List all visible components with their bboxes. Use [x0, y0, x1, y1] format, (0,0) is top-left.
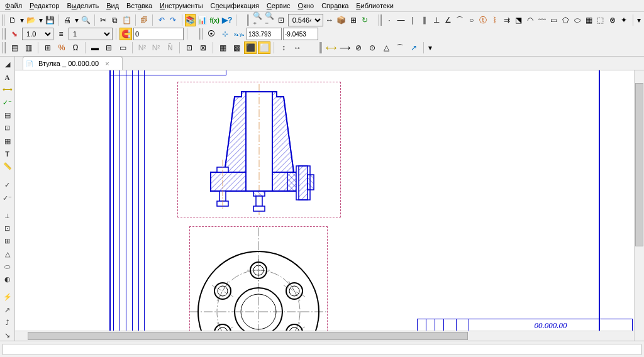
t3[interactable]: ⊞ — [42, 41, 54, 54]
lp-dim-icon[interactable]: ⟷ — [2, 85, 13, 95]
lp-tool-8[interactable]: ◐ — [2, 275, 13, 285]
hatch-tool[interactable]: ▦ — [584, 14, 594, 26]
point-tool[interactable]: · — [384, 14, 395, 26]
t9[interactable]: N² — [136, 41, 148, 54]
coord-x-input[interactable] — [247, 28, 282, 40]
zoom-fit-button[interactable]: ⊞ — [348, 14, 358, 26]
dim-linear[interactable]: ⟷ — [325, 41, 337, 54]
drawing-canvas[interactable]: 00.000.00 — [15, 70, 644, 341]
snap-button[interactable]: 🧲 — [119, 28, 132, 40]
zoom-in-button[interactable]: 🔍⁺ — [252, 14, 263, 26]
t5[interactable]: Ω — [69, 41, 82, 54]
t4[interactable]: % — [55, 41, 68, 54]
dropdown[interactable]: ▾ — [74, 14, 79, 26]
redo-button[interactable] — [168, 14, 179, 26]
tool-a[interactable]: ⬚ — [596, 14, 606, 26]
lp-tool-3[interactable]: ⟂ — [2, 211, 13, 221]
zoom-out-button[interactable]: 🔍⁻ — [264, 14, 275, 26]
scroll-thumb[interactable] — [28, 332, 468, 340]
menu-select[interactable]: Выделить — [67, 2, 99, 9]
t16[interactable]: ⬛ — [244, 41, 257, 54]
lp-text-icon[interactable]: A — [2, 72, 13, 82]
tangent-tool[interactable]: ⓣ — [478, 14, 489, 26]
undo-button[interactable] — [156, 14, 167, 26]
t11[interactable]: N̄ — [164, 41, 176, 54]
lp-measure-icon[interactable]: 📏 — [2, 162, 13, 172]
lp-tool-7[interactable]: ⬭ — [2, 261, 13, 272]
tool-c[interactable]: ✦ — [619, 14, 630, 26]
lp-tool-5[interactable]: ⊞ — [2, 236, 13, 246]
grip[interactable] — [3, 42, 6, 53]
t17[interactable]: ⬜ — [258, 41, 270, 54]
variables-button[interactable]: 📊 — [197, 14, 208, 26]
t18[interactable]: ↕ — [277, 41, 290, 54]
lineweight-select[interactable]: 1.0 — [22, 28, 53, 40]
t14[interactable]: ▦ — [216, 41, 229, 54]
fillet-tool[interactable]: ◠ — [525, 14, 536, 26]
offset-tool[interactable]: ⇉ — [501, 14, 512, 26]
menu-edit[interactable]: Редактор — [30, 2, 59, 9]
grip[interactable] — [3, 14, 5, 26]
lp-table-icon[interactable]: ▤ — [2, 110, 13, 120]
t15[interactable]: ▩ — [230, 41, 243, 54]
dropdown[interactable]: ▾ — [19, 14, 25, 26]
lp-edit-icon[interactable]: ⊡ — [2, 123, 13, 133]
menu-help[interactable]: Справка — [321, 2, 348, 9]
dim-angle[interactable]: △ — [380, 41, 392, 54]
lp-tool-12[interactable]: ↘ — [2, 331, 13, 341]
tool-b[interactable]: ⊗ — [607, 14, 618, 26]
step-input[interactable] — [133, 28, 184, 40]
dropdown[interactable]: ▾ — [38, 14, 43, 26]
new-button[interactable] — [8, 14, 18, 26]
rect-tool[interactable]: ▭ — [548, 14, 559, 26]
lp-tool-11[interactable]: ⤴ — [2, 317, 13, 327]
lp-param-icon[interactable]: ▦ — [2, 136, 13, 146]
grip[interactable] — [3, 28, 6, 40]
scroll-thumb[interactable] — [635, 83, 643, 246]
menu-file[interactable]: Файл — [5, 2, 22, 9]
lp-tool-2[interactable]: ✓⁻ — [2, 193, 13, 203]
grip[interactable] — [379, 14, 381, 26]
ellipse-tool[interactable]: ⬭ — [572, 14, 582, 26]
t7[interactable]: ⊟ — [103, 41, 115, 54]
properties-button[interactable]: 🗊 — [139, 14, 150, 26]
zoom-window-button[interactable]: ⊡ — [276, 14, 287, 26]
lp-symbol-icon[interactable]: ✓⁻ — [2, 97, 13, 107]
refresh-button[interactable]: ↻ — [360, 14, 370, 26]
lcs-button[interactable]: ⦿ — [205, 28, 218, 40]
horizontal-scrollbar[interactable] — [15, 331, 634, 341]
dropdown[interactable]: ▾ — [636, 14, 641, 26]
lp-tool-9[interactable]: ⚡ — [2, 292, 13, 302]
dim-arc[interactable]: ⌒ — [394, 41, 406, 54]
lp-tool-4[interactable]: ⊡ — [2, 223, 13, 233]
menu-window[interactable]: Окно — [298, 2, 314, 9]
t8[interactable]: ▭ — [116, 41, 129, 54]
grip[interactable] — [319, 42, 322, 53]
dim-diameter[interactable]: ⊙ — [366, 41, 379, 54]
save-button[interactable] — [45, 14, 55, 26]
dim-radius[interactable]: ⊘ — [352, 41, 365, 54]
perp-tool[interactable]: ⊥ — [431, 14, 441, 26]
bisector-tool[interactable]: ⦚ — [490, 14, 501, 26]
t2[interactable]: ▥ — [22, 41, 35, 54]
document-tab[interactable]: Втулка _ 00.000.00 × — [23, 57, 123, 70]
lp-tool-1[interactable]: ✓ — [2, 180, 13, 190]
arc-tool[interactable]: ⌒ — [455, 14, 465, 26]
preview-button[interactable]: 🔍 — [80, 14, 91, 26]
lp-tool-10[interactable]: ↗ — [2, 305, 13, 315]
t10[interactable]: N² — [150, 41, 162, 54]
lp-geometry-icon[interactable]: ◢ — [2, 59, 13, 69]
copy-button[interactable] — [109, 14, 120, 26]
lp-t-icon[interactable]: T — [2, 148, 13, 158]
parallel-tool[interactable]: ∥ — [419, 14, 430, 26]
angle-tool[interactable]: ∠ — [443, 14, 453, 26]
t13[interactable]: ⊠ — [197, 41, 209, 54]
chamfer-tool[interactable]: ⬔ — [513, 14, 524, 26]
t19[interactable]: ↔ — [291, 41, 304, 54]
circle-tool[interactable]: ○ — [466, 14, 477, 26]
layer-button[interactable]: ▤ — [8, 41, 21, 54]
zoom-prev-button[interactable]: 📦 — [336, 14, 347, 26]
open-button[interactable] — [26, 14, 36, 26]
dim-aligned[interactable]: ⟶ — [338, 41, 351, 54]
polygon-tool[interactable]: ⬠ — [560, 14, 571, 26]
